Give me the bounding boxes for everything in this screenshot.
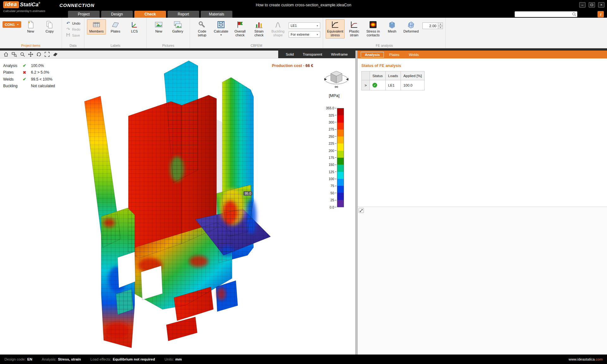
ribbon-group-labels: Members Plates LCS Labels xyxy=(84,18,147,48)
new-picture-button[interactable]: New xyxy=(149,19,168,34)
row-expander[interactable]: > xyxy=(362,80,370,90)
deformed-toggle[interactable]: Deformed xyxy=(402,19,420,34)
spin-down-icon[interactable]: ▼ xyxy=(438,26,443,29)
search-box xyxy=(515,11,577,17)
con1-dropdown[interactable]: CON1▼ xyxy=(3,21,21,28)
results-tabs: Analysis Plates Welds xyxy=(358,51,607,58)
tab-analysis[interactable]: Analysis xyxy=(361,52,384,58)
buckling-curve-icon xyxy=(274,21,282,29)
members-labels-toggle[interactable]: Members xyxy=(87,19,106,34)
detail-panel xyxy=(358,207,607,355)
navigation-cube[interactable] xyxy=(323,67,350,89)
tab-plates[interactable]: Plates xyxy=(385,52,403,58)
flag-icon xyxy=(236,21,244,29)
tab-report[interactable]: Report xyxy=(168,11,199,18)
tab-design[interactable]: Design xyxy=(101,11,133,18)
app-name: CONNECTION xyxy=(59,3,95,8)
group-label-pictures: Pictures xyxy=(147,44,190,47)
website-link[interactable]: www.ideastatica.com xyxy=(569,357,603,361)
3d-model-canvas[interactable]: Analysis 100.0% Plates 6.2 > 5.0% Welds … xyxy=(0,58,355,355)
info-button[interactable]: i xyxy=(598,11,604,17)
tab-welds[interactable]: Welds xyxy=(405,52,423,58)
search-icon[interactable] xyxy=(572,12,577,17)
col-loads: Loads xyxy=(385,71,401,80)
ribbon-group-pictures: New Gallery Pictures xyxy=(147,18,190,48)
coordinate-axes-icon xyxy=(130,21,138,29)
save-icon xyxy=(66,33,71,38)
fe-status-table: Status Loads Applied [%] > LE1 100.0 xyxy=(361,71,425,90)
panel-splitter[interactable] xyxy=(355,51,358,355)
mesh-toggle[interactable]: Mesh xyxy=(383,19,402,34)
stress-colorbar xyxy=(337,108,344,207)
ribbon-group-cbfem: Code setup Calculate ▼ Overall check Str… xyxy=(190,18,323,48)
maximize-button[interactable] xyxy=(589,2,595,8)
ribbon: CON1▼ New Copy Project items ↶Undo ↷Redo… xyxy=(0,18,607,48)
row-loads: LE1 xyxy=(385,80,401,90)
overall-check-button[interactable]: Overall check xyxy=(230,19,249,39)
plastic-strain-toggle[interactable]: Plastic strain xyxy=(345,19,364,39)
code-setup-button[interactable]: Code setup xyxy=(193,19,212,39)
wrench-icon xyxy=(198,21,206,29)
clipping-plane-button[interactable] xyxy=(51,51,59,58)
document-title: How to create custom cross-section_examp… xyxy=(256,3,351,7)
deformed-scale-stepper[interactable]: 2.00 ▲ ▼ xyxy=(422,22,443,29)
gallery-button[interactable]: Gallery xyxy=(168,19,187,34)
ribbon-tab-row: Project Design Check Report Materials i xyxy=(0,11,607,18)
group-label-cbfem: CBFEM xyxy=(190,44,323,47)
strain-check-button[interactable]: Strain check xyxy=(249,19,268,39)
fe-model-3d-view[interactable] xyxy=(0,58,355,355)
chevron-down-icon: ▼ xyxy=(220,34,222,36)
copy-item-button[interactable]: Copy xyxy=(40,19,59,34)
units-status: Units:mm xyxy=(164,357,182,361)
lcs-toggle[interactable]: LCS xyxy=(125,19,144,34)
view-toolbar: Solid Transparent Wireframe xyxy=(0,51,355,58)
redo-icon: ↷ xyxy=(66,27,71,31)
spin-up-icon[interactable]: ▲ xyxy=(438,22,443,26)
check-row-analysis: Analysis 100.0% xyxy=(3,62,55,69)
load-effect-select[interactable]: LE1▼ xyxy=(289,22,320,29)
search-input[interactable] xyxy=(515,12,572,16)
results-panel: Analysis Plates Welds Status of FE analy… xyxy=(358,51,607,355)
minimize-button[interactable]: – xyxy=(579,2,586,8)
rotate-view-button[interactable] xyxy=(35,51,43,58)
plate-icon xyxy=(111,21,120,29)
check-row-welds: Welds 99.5 < 100% xyxy=(3,76,55,83)
stress-value-tooltip: 95.0 xyxy=(243,191,252,196)
mode-wireframe[interactable]: Wireframe xyxy=(331,52,348,56)
zoom-button[interactable] xyxy=(18,51,27,58)
close-button[interactable]: × xyxy=(598,2,604,8)
title-bar: idea StatiCa® Calculate yesterday's esti… xyxy=(0,0,607,11)
group-label-project-items: Project items xyxy=(0,44,62,47)
stress-in-contacts-toggle[interactable]: Stress in contacts xyxy=(364,19,383,39)
tab-materials[interactable]: Materials xyxy=(201,11,232,18)
equivalent-stress-toggle[interactable]: Equivalent stress xyxy=(326,19,345,39)
check-pass-icon xyxy=(23,77,31,82)
home-view-button[interactable] xyxy=(2,51,10,58)
tab-check[interactable]: Check xyxy=(134,11,166,18)
check-fail-icon xyxy=(23,70,31,75)
tab-project[interactable]: Project xyxy=(68,11,100,18)
undo-button[interactable]: ↶Undo xyxy=(64,21,82,26)
fe-analysis-status-section: Status of FE analysis Status Loads Appli… xyxy=(358,58,607,207)
ribbon-group-data: ↶Undo ↷Redo Save Data xyxy=(62,18,84,48)
section-heading: Status of FE analysis xyxy=(361,64,401,68)
gallery-icon xyxy=(174,21,182,29)
load-effects-status: Load effects:Equilibrium not required xyxy=(90,357,155,361)
chevron-down-icon: ▼ xyxy=(316,25,318,27)
zoom-fit-button[interactable] xyxy=(43,51,51,58)
mode-solid[interactable]: Solid xyxy=(286,52,294,56)
new-item-button[interactable]: New xyxy=(21,19,40,34)
mode-transparent[interactable]: Transparent xyxy=(303,52,322,56)
contact-stress-icon xyxy=(369,21,377,29)
pan-button[interactable] xyxy=(27,51,35,58)
chevron-down-icon: ▼ xyxy=(17,23,19,26)
zoom-window-button[interactable] xyxy=(10,51,18,58)
app-logo: idea StatiCa® Calculate yesterday's esti… xyxy=(3,1,45,13)
extreme-select[interactable]: For extreme▼ xyxy=(289,31,320,38)
viewport: Solid Transparent Wireframe xyxy=(0,51,355,355)
ribbon-divider xyxy=(0,48,607,51)
expand-panel-button[interactable] xyxy=(359,208,364,213)
calculate-button[interactable]: Calculate ▼ xyxy=(212,19,230,38)
plates-labels-toggle[interactable]: Plates xyxy=(106,19,125,34)
deformed-scale-value[interactable]: 2.00 xyxy=(422,22,438,29)
